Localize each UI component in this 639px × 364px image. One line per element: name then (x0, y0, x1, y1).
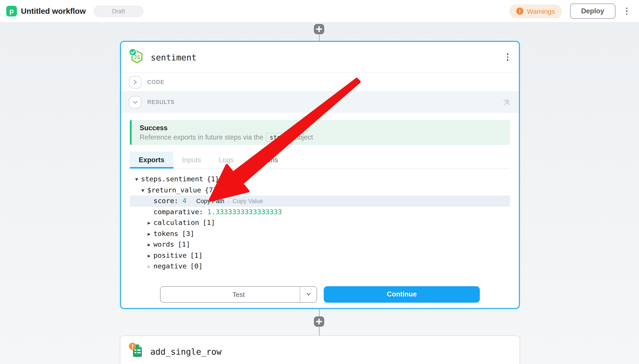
tree-row-steps.sentiment[interactable]: ▼steps.sentiment{1} (130, 174, 510, 185)
exports-tree: ▼steps.sentiment{1}▼$return_value{7}scor… (130, 174, 510, 272)
tree-row-tokens[interactable]: ▶tokens[3] (130, 228, 510, 239)
copy-value-button[interactable]: Copy Value (233, 198, 263, 204)
step-card-sentiment[interactable]: JS sentiment CODE (120, 41, 520, 309)
workflow-menu-button[interactable] (623, 6, 630, 17)
tree-node-count: [1] (190, 252, 203, 260)
pin-off-icon[interactable] (502, 98, 511, 107)
results-tab-bar: ExportsInputsLogsVersions (130, 152, 510, 169)
step-card-add-single-row[interactable]: add_single_row (120, 336, 520, 364)
success-banner: Success Reference exports in future step… (130, 120, 510, 145)
tree-key: score: (153, 197, 178, 205)
pipedream-logo-icon[interactable]: p (6, 6, 17, 16)
step-title: sentiment (151, 52, 197, 62)
tab-logs[interactable]: Logs (210, 152, 243, 168)
google-sheets-step-icon (129, 342, 145, 361)
expander-open-icon[interactable]: ▼ (135, 177, 141, 182)
expander-closed-icon[interactable]: ▶ (148, 264, 153, 269)
tab-versions[interactable]: Versions (243, 152, 287, 168)
tree-row-score[interactable]: score:4Copy Path·Copy Value (130, 196, 510, 206)
copy-path-button[interactable]: Copy Path (196, 198, 224, 204)
top-bar: p Untitled workflow Draft ! Warnings Dep… (0, 0, 639, 23)
code-section-row[interactable]: CODE (121, 72, 519, 91)
step-header: add_single_row (121, 336, 519, 364)
nodejs-step-icon: JS (129, 48, 145, 66)
tree-node-label: calculation (153, 219, 199, 227)
step-menu-button[interactable] (504, 52, 511, 63)
continue-button[interactable]: Continue (324, 286, 480, 302)
add-step-button-between[interactable] (314, 316, 324, 327)
add-step-button-top[interactable] (314, 24, 324, 34)
draft-status-badge: Draft (93, 5, 144, 17)
warnings-badge[interactable]: ! Warnings (509, 4, 562, 18)
tree-row-negative[interactable]: ▶negative[0] (130, 261, 510, 272)
chevron-down-icon (306, 292, 311, 297)
expander-closed-icon[interactable]: ▶ (148, 242, 153, 247)
tree-key: comparative: (153, 208, 203, 216)
tree-node-label: negative (153, 262, 187, 270)
results-section-row[interactable]: RESULTS (121, 91, 519, 113)
actions-separator: · (227, 198, 229, 204)
warning-icon: ! (516, 8, 523, 15)
tree-row-words[interactable]: ▶words[1] (130, 239, 510, 250)
row-actions: Copy Path·Copy Value (196, 198, 263, 204)
test-options-button[interactable] (300, 286, 317, 302)
expander-closed-icon[interactable]: ▶ (148, 231, 153, 236)
results-body: Success Reference exports in future step… (121, 113, 519, 302)
tree-node-count: {1} (207, 175, 219, 183)
warnings-label: Warnings (527, 7, 555, 15)
results-collapse-button[interactable] (129, 96, 141, 108)
tree-node-count: [1] (178, 241, 190, 249)
tree-node-count: [1] (203, 219, 215, 227)
app-window: p Untitled workflow Draft ! Warnings Dep… (0, 0, 639, 364)
tree-value: 4 (182, 197, 187, 205)
step-title: add_single_row (150, 346, 221, 356)
tree-node-label: positive (153, 252, 187, 260)
test-button[interactable]: Test (160, 286, 317, 302)
tree-node-count: {7} (205, 186, 217, 194)
results-section-label: RESULTS (147, 99, 175, 105)
tree-node-label: $return_value (147, 186, 201, 194)
chevron-down-icon (133, 100, 138, 105)
code-expand-button[interactable] (129, 76, 141, 88)
success-banner-title: Success (140, 124, 510, 132)
deploy-button[interactable]: Deploy (570, 4, 615, 19)
tree-row-positive[interactable]: ▶positive[1] (130, 250, 510, 261)
expander-open-icon[interactable]: ▼ (141, 188, 147, 193)
workflow-canvas: JS sentiment CODE (0, 23, 639, 364)
tab-exports[interactable]: Exports (130, 152, 173, 168)
tab-inputs[interactable]: Inputs (173, 152, 210, 168)
tree-node-count: [0] (190, 262, 203, 270)
tree-row-calculation[interactable]: ▶calculation[1] (130, 217, 510, 228)
chevron-right-icon (133, 79, 138, 85)
tree-row-comparative[interactable]: comparative:1.3333333333333333 (130, 206, 510, 217)
connector-line (319, 34, 320, 41)
tree-node-label: tokens (153, 230, 178, 238)
tree-node-count: [3] (182, 230, 194, 238)
tree-node-label: words (153, 241, 174, 249)
steps-code-chip[interactable]: steps (266, 133, 292, 142)
expander-closed-icon[interactable]: ▶ (148, 253, 153, 258)
tree-node-label: steps.sentiment (141, 175, 203, 183)
step-header: JS sentiment (121, 42, 519, 72)
expander-closed-icon[interactable]: ▶ (148, 220, 153, 226)
code-section-label: CODE (147, 79, 164, 85)
tree-row-$return_value[interactable]: ▼$return_value{7} (130, 185, 510, 196)
tree-value: 1.3333333333333333 (207, 208, 282, 216)
step-footer: Test Continue (130, 286, 510, 302)
success-banner-message: Reference exports in future steps via th… (140, 133, 510, 141)
workflow-title[interactable]: Untitled workflow (21, 6, 86, 16)
